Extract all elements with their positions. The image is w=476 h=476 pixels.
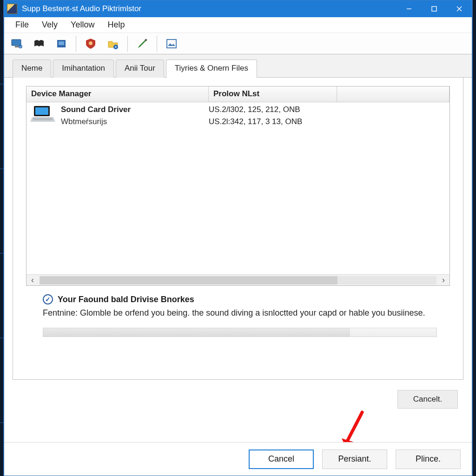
- cell-value-a: US.2/l302, 125, 212, ONB: [209, 105, 337, 114]
- col-device-manager[interactable]: Device Manager: [26, 86, 209, 102]
- titlebar: Supp Bestent-st Audio Piktrimlstor: [4, 0, 472, 17]
- svg-rect-14: [35, 107, 48, 115]
- close-icon: [456, 6, 463, 12]
- monitor-icon: [10, 37, 23, 50]
- svg-point-9: [89, 41, 93, 45]
- toolbar-box-button[interactable]: [53, 36, 69, 52]
- col-prolow-nlst[interactable]: Prolow NLst: [209, 86, 337, 102]
- tab-neme[interactable]: Neme: [13, 60, 51, 78]
- minimize-icon: [406, 6, 412, 12]
- app-icon: [7, 4, 17, 14]
- check-circle-icon: ✓: [43, 294, 53, 304]
- table-row[interactable]: Sound Card Driver Wbtmeŕsurijs US.2/l30…: [26, 102, 450, 126]
- svg-rect-8: [59, 41, 64, 45]
- tab-tiyries-onern-files[interactable]: Tiyries & Onern Files: [166, 60, 257, 78]
- desktop-left-stripe: [0, 0, 4, 476]
- device-table: Device Manager Prolow NLst Sound Car: [26, 86, 450, 286]
- menu-vely[interactable]: Vely: [36, 18, 63, 32]
- scroll-right-arrow[interactable]: ›: [437, 275, 450, 286]
- svg-rect-4: [12, 40, 21, 46]
- button-row: Cancel Persiant. Plince.: [4, 442, 472, 476]
- scroll-thumb[interactable]: [40, 276, 337, 284]
- status-title: Your Faound bald Drivise Bnorkes: [58, 295, 194, 304]
- toolbar-shield-button[interactable]: [83, 36, 99, 52]
- horizontal-scrollbar[interactable]: ‹ ›: [26, 274, 450, 285]
- toolbar-book-button[interactable]: [31, 36, 47, 52]
- picture-icon: [165, 37, 178, 50]
- toolbar-separator: [127, 36, 128, 52]
- tab-anii-tour[interactable]: Anii Tour: [116, 60, 164, 78]
- table-header-row: Device Manager Prolow NLst: [26, 86, 450, 102]
- svg-rect-5: [15, 46, 19, 47]
- toolbar-folder-button[interactable]: [105, 36, 121, 52]
- maximize-button[interactable]: [422, 0, 447, 17]
- scroll-left-arrow[interactable]: ‹: [26, 275, 39, 286]
- cell-value-b: US.2l:342, 117, 3 13, ONB: [209, 117, 337, 126]
- progress-fill: [43, 328, 350, 337]
- laptop-icon: [30, 105, 55, 125]
- status-block: ✓ Your Faound bald Drivise Bnorkes Fentn…: [43, 294, 437, 318]
- progress-bar: [43, 328, 437, 337]
- svg-rect-1: [432, 7, 436, 11]
- toolbar: [4, 33, 472, 54]
- tab-imihantation[interactable]: Imihantation: [53, 60, 114, 78]
- svg-point-6: [19, 45, 22, 48]
- menubar: File Vely Yellow Help: [4, 17, 472, 33]
- cancelt-button[interactable]: Cancelt.: [397, 390, 458, 409]
- toolbar-picture-button[interactable]: [164, 36, 179, 52]
- menu-help[interactable]: Help: [102, 18, 130, 32]
- toolbar-separator: [157, 36, 157, 52]
- cancel-button[interactable]: Cancel: [249, 450, 314, 469]
- window-title: Supp Bestent-st Audio Piktrimlstor: [22, 4, 141, 13]
- box-icon: [55, 37, 68, 50]
- main-panel: Device Manager Prolow NLst Sound Car: [13, 78, 463, 380]
- persiant-button[interactable]: Persiant.: [322, 450, 387, 469]
- scroll-track[interactable]: [40, 276, 436, 284]
- status-body: Fentnine: Glomble be orfend you being. t…: [43, 307, 437, 318]
- device-subname: Wbtmeŕsurijs: [61, 117, 131, 126]
- folder-icon: [106, 37, 119, 50]
- tabstrip: Neme Imihantation Anii Tour Tiyries & On…: [4, 54, 472, 78]
- plince-button[interactable]: Plince.: [396, 450, 461, 469]
- table-body: Sound Card Driver Wbtmeŕsurijs US.2/l30…: [26, 102, 450, 274]
- close-button[interactable]: [447, 0, 472, 17]
- device-name: Sound Card Driver: [61, 105, 131, 114]
- shield-icon: [84, 37, 97, 50]
- maximize-icon: [431, 6, 437, 12]
- svg-rect-12: [167, 40, 176, 48]
- col-blank[interactable]: [337, 86, 450, 102]
- toolbar-separator: [76, 36, 76, 52]
- pen-icon: [136, 37, 149, 50]
- menu-yellow[interactable]: Yellow: [65, 18, 100, 32]
- app-window: Supp Bestent-st Audio Piktrimlstor File …: [4, 0, 472, 476]
- minimize-button[interactable]: [397, 0, 422, 17]
- toolbar-pen-button[interactable]: [134, 36, 150, 52]
- toolbar-monitor-button[interactable]: [9, 36, 25, 52]
- menu-file[interactable]: File: [10, 18, 34, 32]
- book-icon: [33, 37, 46, 50]
- svg-rect-15: [33, 118, 53, 120]
